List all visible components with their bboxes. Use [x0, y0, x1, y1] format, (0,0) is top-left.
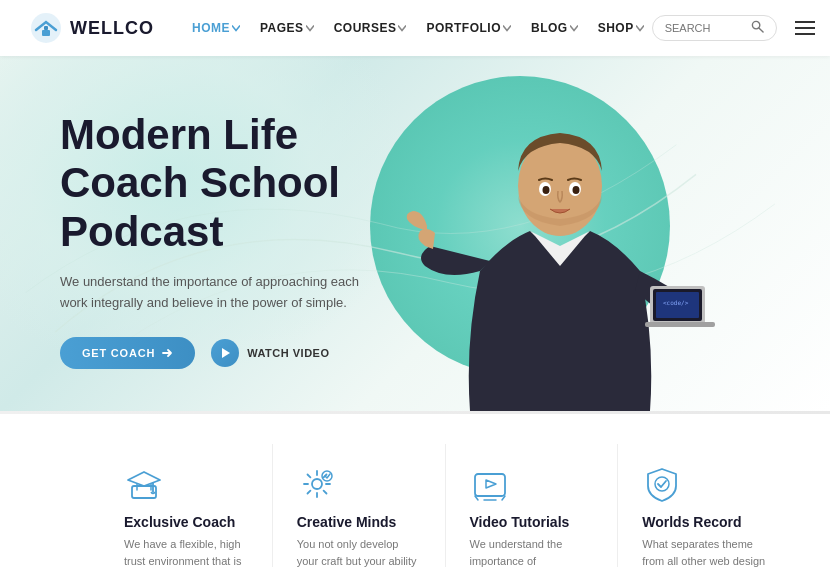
- feature-desc-video-tutorials: We understand the importance of approach…: [470, 536, 594, 567]
- logo[interactable]: WELLCO: [30, 12, 154, 44]
- chevron-down-icon: [232, 24, 240, 32]
- logo-icon: [30, 12, 62, 44]
- svg-rect-13: [645, 322, 715, 327]
- svg-text:<code/>: <code/>: [663, 299, 689, 306]
- hero-section: Modern Life Coach School Podcast We unde…: [0, 56, 830, 411]
- hero-subtitle: We understand the importance of approach…: [60, 272, 360, 314]
- svg-point-20: [655, 477, 669, 491]
- svg-line-4: [759, 28, 763, 32]
- play-icon: [211, 339, 239, 367]
- person-illustration: <code/>: [405, 71, 715, 411]
- chevron-down-icon: [306, 24, 314, 32]
- feature-desc-creative-minds: You not only develop your craft but your…: [297, 536, 421, 567]
- play-triangle: [222, 348, 230, 358]
- watch-video-button[interactable]: WATCH VIDEO: [211, 339, 329, 367]
- navbar: WELLCO HOME PAGES COURSES PORTFOLIO BLOG…: [0, 0, 830, 56]
- shield-check-icon: [642, 464, 682, 504]
- nav-right: [652, 15, 821, 41]
- feature-title-video-tutorials: Video Tutorials: [470, 514, 594, 530]
- arrow-right-icon: [161, 347, 173, 359]
- search-button[interactable]: [751, 20, 764, 36]
- nav-pages[interactable]: PAGES: [252, 15, 322, 41]
- logo-text: WELLCO: [70, 18, 154, 39]
- hero-content: Modern Life Coach School Podcast We unde…: [60, 111, 360, 369]
- hamburger-line: [795, 33, 815, 35]
- hero-title: Modern Life Coach School Podcast: [60, 111, 360, 256]
- feature-cards: Exclusive Coach We have a flexible, high…: [100, 444, 790, 567]
- hero-person: <code/>: [400, 56, 720, 411]
- svg-rect-19: [475, 474, 505, 496]
- hamburger-line: [795, 21, 815, 23]
- svg-point-9: [543, 186, 550, 194]
- feature-title-exclusive-coach: Exclusive Coach: [124, 514, 248, 530]
- nav-portfolio[interactable]: PORTFOLIO: [418, 15, 519, 41]
- nav-links: HOME PAGES COURSES PORTFOLIO BLOG SHOP: [184, 15, 652, 41]
- svg-rect-2: [44, 26, 48, 30]
- search-icon: [751, 20, 764, 33]
- feature-desc-worlds-record: What separates theme from all other web …: [642, 536, 766, 567]
- graduation-icon: [124, 464, 164, 504]
- hamburger-line: [795, 27, 815, 29]
- hero-buttons: GET COACH WATCH VIDEO: [60, 337, 360, 369]
- search-input[interactable]: [665, 22, 745, 34]
- svg-point-17: [312, 479, 322, 489]
- feature-title-creative-minds: Creative Minds: [297, 514, 421, 530]
- nav-home[interactable]: HOME: [184, 15, 248, 41]
- nav-courses[interactable]: COURSES: [326, 15, 415, 41]
- get-coach-button[interactable]: GET COACH: [60, 337, 195, 369]
- search-box[interactable]: [652, 15, 777, 41]
- chevron-down-icon: [503, 24, 511, 32]
- feature-card-worlds-record: Worlds Record What separates theme from …: [618, 444, 790, 567]
- nav-blog[interactable]: BLOG: [523, 15, 586, 41]
- chevron-down-icon: [570, 24, 578, 32]
- feature-card-creative-minds: Creative Minds You not only develop your…: [273, 444, 446, 567]
- feature-card-exclusive-coach: Exclusive Coach We have a flexible, high…: [100, 444, 273, 567]
- play-box-icon: [470, 464, 510, 504]
- hamburger-menu[interactable]: [789, 15, 821, 41]
- chevron-down-icon: [398, 24, 406, 32]
- feature-desc-exclusive-coach: We have a flexible, high trust environme…: [124, 536, 248, 567]
- svg-rect-1: [42, 30, 50, 36]
- nav-shop[interactable]: SHOP: [590, 15, 652, 41]
- feature-card-video-tutorials: Video Tutorials We understand the import…: [446, 444, 619, 567]
- svg-point-18: [322, 471, 332, 481]
- svg-point-10: [573, 186, 580, 194]
- features-section: Exclusive Coach We have a flexible, high…: [0, 414, 830, 567]
- feature-title-worlds-record: Worlds Record: [642, 514, 766, 530]
- gear-creative-icon: [297, 464, 337, 504]
- chevron-down-icon: [636, 24, 644, 32]
